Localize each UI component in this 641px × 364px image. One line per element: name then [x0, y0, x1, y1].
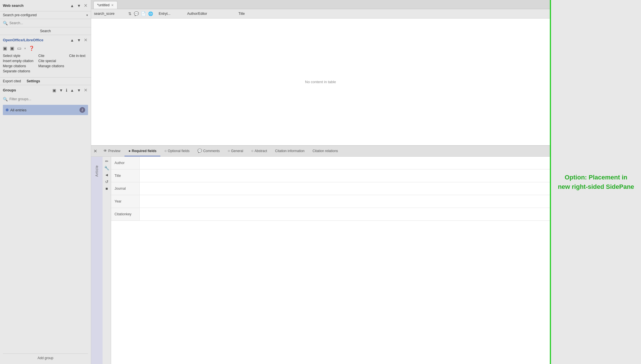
- tab-preview[interactable]: 👁 Preview: [99, 146, 124, 156]
- groups-new-button[interactable]: ▣: [52, 87, 57, 93]
- all-entries-left: All entries: [6, 108, 26, 112]
- insert-empty-citation-link[interactable]: Insert empty citation: [3, 59, 36, 63]
- main-content: *untitled × search_score ⇅ 💬 📄 🌐 Entryt.…: [91, 0, 550, 364]
- panel-tabs: 👁 Preview ● Required fields ○ Optional f…: [99, 146, 550, 156]
- toolbar-icon-help[interactable]: ❓: [29, 46, 34, 51]
- web-search-header: Web search ▲ ▼ ✕: [0, 0, 91, 11]
- toolbar-icon-3[interactable]: ▭: [17, 46, 21, 51]
- tab-label: *untitled: [97, 3, 109, 7]
- move-down-button[interactable]: ▼: [76, 3, 81, 9]
- add-group-label: Add group: [38, 356, 53, 360]
- merge-citations-link[interactable]: Merge citations: [3, 64, 36, 68]
- export-settings-row: Export cited Settings: [0, 77, 91, 85]
- toolbar-icon-1[interactable]: ▣: [3, 46, 7, 51]
- tab-close-button[interactable]: ×: [111, 3, 113, 7]
- field-label-author: Author: [111, 157, 140, 169]
- tab-abstract[interactable]: ○ Abstract: [247, 146, 271, 156]
- tab-comments[interactable]: 💬 Comments: [193, 146, 224, 156]
- tab-general[interactable]: ○ General: [224, 146, 247, 156]
- settings-link[interactable]: Settings: [26, 79, 40, 83]
- general-icon: ○: [228, 149, 230, 153]
- all-entries-label: All entries: [10, 108, 26, 112]
- groups-move-up-button[interactable]: ▲: [70, 87, 75, 93]
- col-icon-doc[interactable]: 📄: [141, 11, 146, 16]
- groups-close-button[interactable]: ✕: [83, 87, 88, 93]
- bookmark-icon[interactable]: ■: [105, 186, 108, 191]
- groups-info-button[interactable]: ℹ: [65, 87, 68, 93]
- field-input-title[interactable]: [140, 169, 550, 182]
- tab-required-fields[interactable]: ● Required fields: [124, 146, 161, 156]
- openoffice-close-button[interactable]: ✕: [83, 37, 88, 43]
- preview-icon: 👁: [103, 149, 107, 153]
- openoffice-move-up-button[interactable]: ▲: [70, 37, 75, 43]
- right-panel: Option: Placement innew right-sided Side…: [550, 0, 641, 364]
- groups-section: Groups ▣ ▼ ℹ ▲ ▼ ✕ 🔍 All entries 2: [0, 85, 91, 364]
- bottom-panel: ✕ 👁 Preview ● Required fields ○ Optional…: [91, 146, 550, 364]
- groups-title: Groups: [3, 88, 16, 92]
- tab-optional-fields[interactable]: ○ Optional fields: [160, 146, 193, 156]
- col-icon-comment[interactable]: 💬: [134, 11, 139, 16]
- cite-in-text-link[interactable]: Cite in-text: [69, 54, 88, 58]
- toolbar-icon-2[interactable]: ▣: [10, 46, 14, 51]
- separate-citations-link[interactable]: Separate citations: [3, 69, 36, 73]
- web-search-header-icons: ▲ ▼ ✕: [70, 2, 88, 9]
- groups-filter-button[interactable]: ▼: [58, 87, 64, 93]
- required-fields-icon: ●: [128, 149, 131, 153]
- main-tab[interactable]: *untitled ×: [93, 1, 117, 9]
- all-entries-row[interactable]: All entries 2: [3, 105, 88, 115]
- openoffice-title[interactable]: OpenOffice/LibreOffice: [3, 38, 43, 42]
- cite-special-link[interactable]: Cite special: [38, 59, 67, 63]
- field-row-citationkey: Citationkey: [111, 208, 550, 221]
- col-icon-web[interactable]: 🌐: [148, 11, 153, 16]
- tab-citation-information-label: Citation information: [275, 149, 305, 153]
- openoffice-toolbar-icons: ▣ ▣ ▭ ▫ ❓: [3, 46, 88, 51]
- field-input-journal[interactable]: [140, 182, 550, 195]
- cite-link[interactable]: Cite: [38, 54, 67, 58]
- fields-area: Author Title Journal Year Citationkey: [111, 157, 550, 364]
- comments-icon: 💬: [197, 149, 202, 153]
- tab-citation-information[interactable]: Citation information: [271, 146, 309, 156]
- tab-abstract-label: Abstract: [255, 149, 267, 153]
- filter-icon: 🔍: [3, 97, 8, 101]
- all-entries-dot: [6, 109, 9, 111]
- bottom-panel-header: ✕ 👁 Preview ● Required fields ○ Optional…: [91, 146, 550, 157]
- entry-type-sidebar: Article: [91, 157, 103, 364]
- field-input-citationkey[interactable]: [140, 208, 550, 220]
- tab-citation-relations[interactable]: Citation relations: [309, 146, 342, 156]
- openoffice-header: OpenOffice/LibreOffice ▲ ▼ ✕: [3, 37, 88, 43]
- close-web-search-button[interactable]: ✕: [83, 2, 88, 9]
- field-input-year[interactable]: [140, 195, 550, 208]
- pencil-icon[interactable]: ✏: [105, 159, 109, 163]
- export-cited-link[interactable]: Export cited: [3, 79, 21, 83]
- col-header-search-score: search_score: [94, 12, 123, 16]
- field-row-journal: Journal: [111, 182, 550, 195]
- add-group-row[interactable]: Add group: [3, 353, 88, 362]
- tab-preview-label: Preview: [108, 149, 121, 153]
- field-label-citationkey: Citationkey: [111, 208, 140, 220]
- openoffice-move-down-button[interactable]: ▼: [76, 37, 81, 43]
- left-action-bar: ✏ 🔧 ◄ ↺ ■: [103, 157, 111, 364]
- openoffice-section: OpenOffice/LibreOffice ▲ ▼ ✕ ▣ ▣ ▭ ▫ ❓ S…: [0, 35, 91, 77]
- field-input-author[interactable]: [140, 157, 550, 169]
- manage-citations-link[interactable]: Manage citations: [38, 64, 67, 68]
- move-up-button[interactable]: ▲: [70, 3, 75, 9]
- optional-fields-icon: ○: [164, 149, 167, 153]
- col-icon-sort[interactable]: ⇅: [128, 11, 132, 16]
- entry-form: Article ✏ 🔧 ◄ ↺ ■ Author Title: [91, 157, 550, 364]
- refresh-icon[interactable]: ↺: [105, 179, 109, 184]
- search-input[interactable]: [9, 21, 88, 25]
- all-entries-count: 2: [79, 107, 85, 113]
- tab-general-label: General: [231, 149, 243, 153]
- groups-move-down-button[interactable]: ▼: [76, 87, 81, 93]
- search-preconfigured-row[interactable]: Search pre-configured ▾: [0, 11, 91, 19]
- table-header: search_score ⇅ 💬 📄 🌐 Entryt... Author/Ed…: [91, 9, 550, 19]
- filter-groups-row: 🔍: [3, 96, 88, 103]
- select-style-link[interactable]: Select style: [3, 54, 36, 58]
- toolbar-icon-4[interactable]: ▫: [24, 46, 26, 51]
- close-panel-button[interactable]: ✕: [91, 146, 99, 156]
- field-label-journal: Journal: [111, 182, 140, 195]
- wrench-icon[interactable]: 🔧: [104, 166, 109, 170]
- no-content-label: No content in table: [305, 80, 336, 84]
- filter-groups-input[interactable]: [9, 97, 88, 101]
- arrow-left-icon[interactable]: ◄: [105, 173, 109, 177]
